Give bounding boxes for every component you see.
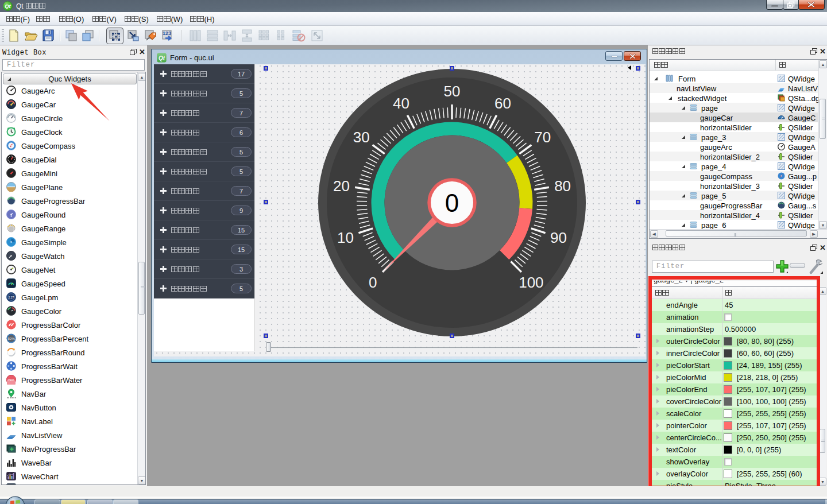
svg-text:2.27: 2.27 bbox=[9, 296, 14, 299]
svg-text:60: 60 bbox=[494, 95, 511, 112]
svg-text:80: 80 bbox=[554, 177, 571, 194]
svg-text:0: 0 bbox=[445, 188, 459, 216]
svg-text:123: 123 bbox=[163, 30, 171, 36]
svg-text:50: 50 bbox=[444, 83, 461, 100]
svg-text:50%: 50% bbox=[7, 337, 15, 340]
svg-text:Qt: Qt bbox=[159, 55, 165, 61]
svg-text:70: 70 bbox=[534, 129, 551, 146]
svg-text:100: 100 bbox=[519, 273, 543, 290]
svg-text:0: 0 bbox=[369, 273, 377, 290]
svg-text:20: 20 bbox=[333, 177, 350, 194]
svg-text:30: 30 bbox=[353, 129, 370, 146]
svg-text:10: 10 bbox=[337, 229, 354, 246]
svg-text:Qt: Qt bbox=[5, 3, 11, 9]
svg-text:74%: 74% bbox=[8, 378, 14, 382]
svg-text:90: 90 bbox=[550, 229, 567, 246]
svg-text:40: 40 bbox=[393, 95, 409, 112]
